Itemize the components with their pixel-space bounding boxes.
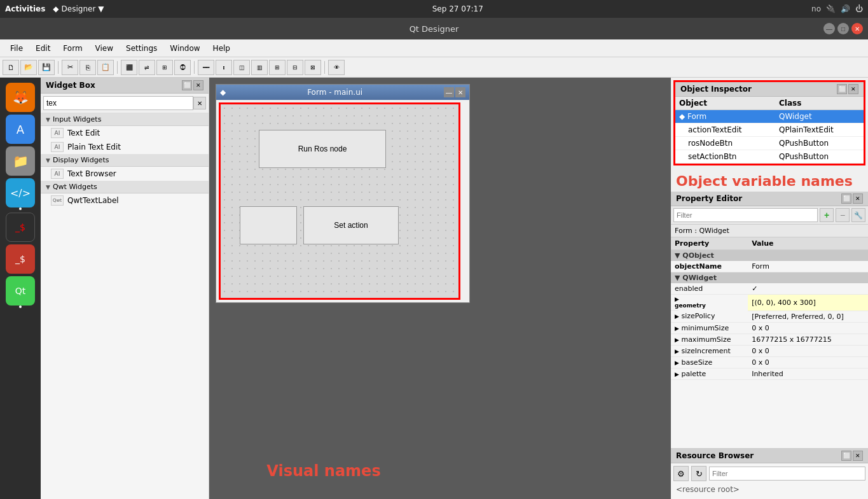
save-button[interactable]: 💾: [38, 60, 55, 75]
close-button[interactable]: ✕: [851, 23, 863, 34]
layout-grid-button[interactable]: ⊞: [269, 60, 286, 75]
files-icon[interactable]: 📁: [6, 146, 35, 176]
prop-group-qwidget[interactable]: ▼ QWidget: [671, 272, 868, 284]
break-layout-button[interactable]: ⊠: [305, 60, 321, 75]
section-qwt-widgets[interactable]: ▼ Qwt Widgets: [41, 181, 209, 193]
layout-form-button[interactable]: ⊟: [287, 60, 303, 75]
property-editor-float-button[interactable]: ⬜: [841, 193, 851, 204]
form-minimize-button[interactable]: —: [444, 87, 454, 97]
set-action-button[interactable]: Set action: [303, 206, 399, 244]
menu-view[interactable]: View: [90, 43, 118, 54]
widget-item-plain-text-edit[interactable]: AI Plain Text Edit: [41, 140, 209, 154]
prop-geometry-value[interactable]: [(0, 0), 400 x 300]: [748, 295, 868, 311]
menu-window[interactable]: Window: [165, 43, 205, 54]
vscode-icon[interactable]: </>: [6, 178, 35, 207]
widget-editor-button[interactable]: ⬛: [121, 60, 137, 75]
prop-row-basesize[interactable]: ▶ baseSize 0 x 0: [671, 356, 868, 368]
layout-vertical-button[interactable]: ⫾: [216, 60, 232, 75]
property-add-button[interactable]: +: [820, 208, 834, 222]
form-close-button[interactable]: ✕: [455, 87, 465, 97]
run-ros-node-button[interactable]: Run Ros node: [259, 130, 386, 168]
form-design-canvas[interactable]: Run Ros node Set action: [219, 102, 460, 300]
prop-row-sizeincrement[interactable]: ▶ sizeIncrement 0 x 0: [671, 345, 868, 356]
menu-edit[interactable]: Edit: [31, 43, 55, 54]
section-display-widgets[interactable]: ▼ Display Widgets: [41, 154, 209, 167]
prop-group-qobject[interactable]: ▼ QObject: [671, 250, 868, 262]
terminal-icon[interactable]: _$: [6, 213, 35, 242]
main-area: 🦊 A 📁 </> _$ _$ Qt Widget Box ⬜ ✕: [0, 78, 868, 499]
prop-row-geometry[interactable]: ▶ geometry [(0, 0), 400 x 300]: [671, 295, 868, 311]
widget-box-float-button[interactable]: ⬜: [182, 80, 192, 90]
layout-vbox-button[interactable]: ▥: [251, 60, 268, 75]
terminal2-icon[interactable]: _$: [6, 244, 35, 274]
prop-basesize-value[interactable]: 0 x 0: [748, 356, 868, 368]
prop-sizepolicy-value[interactable]: [Preferred, Preferred, 0, 0]: [748, 311, 868, 322]
menu-settings[interactable]: Settings: [121, 43, 162, 54]
appstore-icon[interactable]: A: [6, 115, 35, 144]
central-area: ◆ Form - main.ui — ✕ Run Ros node Set ac…: [209, 78, 671, 499]
property-wrench-button[interactable]: 🔧: [851, 208, 865, 222]
qtcreator-icon[interactable]: Qt: [6, 276, 35, 306]
copy-button[interactable]: ⎘: [79, 60, 96, 75]
prop-palette-value[interactable]: Inherited: [748, 368, 868, 379]
cut-button[interactable]: ✂: [62, 60, 78, 75]
keyboard-indicator: no: [811, 4, 821, 13]
new-button[interactable]: 🗋: [3, 60, 19, 75]
object-variable-names-label: Object variable names: [671, 168, 868, 192]
prop-row-maximumsize[interactable]: ▶ maximumSize 16777215 x 16777215: [671, 334, 868, 345]
menu-help[interactable]: Help: [208, 43, 235, 54]
minimize-button[interactable]: —: [823, 23, 835, 34]
qwt-text-label-icon: Qwt: [51, 195, 64, 206]
prop-sizeincrement-value[interactable]: 0 x 0: [748, 345, 868, 356]
prop-row-objectname[interactable]: objectName Form: [671, 261, 868, 272]
widget-search-input[interactable]: [43, 96, 193, 110]
resource-filter-input[interactable]: [709, 467, 865, 481]
resource-browser-close-button[interactable]: ✕: [853, 451, 863, 461]
widget-box-close-button[interactable]: ✕: [193, 80, 203, 90]
obj-row-set-action-btn[interactable]: setActionBtn QPushButton: [675, 150, 864, 164]
preview-button[interactable]: 👁: [328, 60, 345, 75]
section-arrow-display: ▼: [46, 157, 50, 164]
layout-horizontal-button[interactable]: ━━: [198, 60, 214, 75]
prop-maximumsize-value[interactable]: 16777215 x 16777215: [748, 334, 868, 345]
section-qwt-label: Qwt Widgets: [53, 183, 97, 191]
open-button[interactable]: 📂: [20, 60, 37, 75]
obj-row-form[interactable]: ◆ Form QWidget: [675, 110, 864, 123]
object-inspector-close-button[interactable]: ✕: [848, 84, 858, 94]
resource-settings-button[interactable]: ⚙: [673, 466, 689, 481]
widget-item-text-edit[interactable]: AI Text Edit: [41, 126, 209, 140]
obj-row-action-text-edit[interactable]: actionTextEdit QPlainTextEdit: [675, 123, 864, 137]
activities-label[interactable]: Activities: [5, 4, 45, 13]
prop-minimumsize-value[interactable]: 0 x 0: [748, 322, 868, 334]
widget-item-text-browser[interactable]: AI Text Browser: [41, 167, 209, 181]
prop-row-sizepolicy[interactable]: ▶ sizePolicy [Preferred, Preferred, 0, 0…: [671, 311, 868, 322]
property-filter-input[interactable]: [673, 208, 818, 222]
resource-browser-header: Resource Browser ⬜ ✕: [671, 449, 868, 463]
property-remove-button[interactable]: −: [836, 208, 850, 222]
layout-hbox-button[interactable]: ◫: [233, 60, 250, 75]
resource-reload-button[interactable]: ↻: [691, 466, 706, 481]
qtcreator-active-dot: [19, 306, 22, 308]
resource-browser-toolbar: ⚙ ↻: [671, 463, 868, 484]
prop-objectname-value[interactable]: Form: [748, 261, 868, 272]
designer-button[interactable]: ◆ Designer ▼: [53, 4, 104, 13]
prop-enabled-value[interactable]: ✓: [748, 283, 868, 295]
widget-item-qwt-text-label[interactable]: Qwt QwtTextLabel: [41, 193, 209, 207]
maximize-button[interactable]: □: [837, 23, 849, 34]
signal-slot-button[interactable]: ⇌: [139, 60, 155, 75]
menu-file[interactable]: File: [5, 43, 28, 54]
prop-row-minimumsize[interactable]: ▶ minimumSize 0 x 0: [671, 322, 868, 334]
widget-search-clear-button[interactable]: ✕: [193, 97, 206, 109]
tab-order-button[interactable]: ⓵: [174, 60, 191, 75]
section-input-widgets[interactable]: ▼ Input Widgets: [41, 113, 209, 126]
menu-form[interactable]: Form: [58, 43, 87, 54]
resource-browser-float-button[interactable]: ⬜: [841, 451, 851, 461]
firefox-icon[interactable]: 🦊: [6, 83, 35, 112]
prop-row-enabled[interactable]: enabled ✓: [671, 283, 868, 295]
obj-row-ros-node-btn[interactable]: rosNodeBtn QPushButton: [675, 137, 864, 150]
object-inspector-float-button[interactable]: ⬜: [837, 84, 847, 94]
property-editor-close-button[interactable]: ✕: [853, 193, 863, 204]
buddy-button[interactable]: ⊞: [156, 60, 173, 75]
paste-button[interactable]: 📋: [97, 60, 114, 75]
prop-row-palette[interactable]: ▶ palette Inherited: [671, 368, 868, 379]
